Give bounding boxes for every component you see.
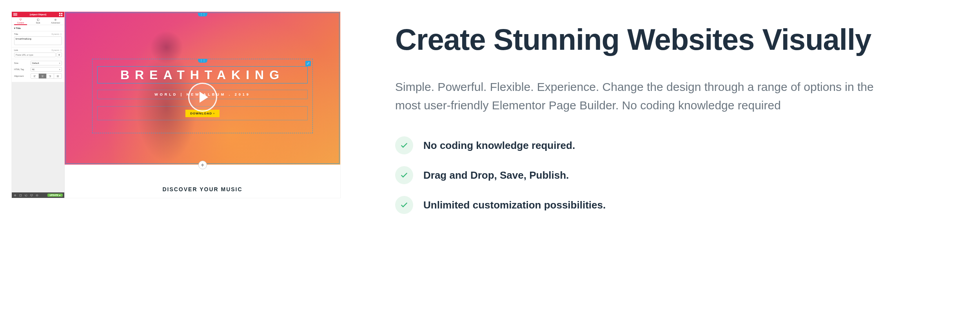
tab-content[interactable]: Content <box>12 17 29 25</box>
chevron-right-icon: › <box>213 112 215 115</box>
panel-title: [object Object] <box>30 13 46 16</box>
dynamic-toggle-link[interactable]: Dynamic <box>52 49 62 51</box>
hero-section[interactable]: ⋮⋮ ⋮⋮ BREATHTAKING WORLD | NEW ALBUM . 2… <box>65 12 340 165</box>
link-options-button[interactable] <box>56 53 62 57</box>
page-headline: Create Stunning Websites Visually <box>395 23 952 56</box>
accordion-label: Title <box>16 27 21 29</box>
check-icon <box>395 196 413 214</box>
dynamic-toggle[interactable]: Dynamic <box>52 33 62 35</box>
update-button[interactable]: UPDATE▴ <box>47 194 63 197</box>
tab-advanced-label: Advanced <box>51 22 60 24</box>
tab-advanced[interactable]: Advanced <box>47 17 64 25</box>
accordion-title[interactable]: ▾ Title <box>12 25 64 31</box>
svg-point-10 <box>60 49 62 51</box>
field-link: Link Dynamic <box>12 47 64 59</box>
tab-content-label: Content <box>17 22 24 24</box>
feature-item: Unlimited customization possibilities. <box>395 196 952 214</box>
feature-text: Unlimited customization possibilities. <box>423 199 606 211</box>
svg-point-11 <box>59 54 60 55</box>
editor-sidebar: [object Object] Content Style Advanced ▾… <box>12 12 65 198</box>
feature-item: Drag and Drop, Save, Publish. <box>395 166 952 184</box>
heading-widget[interactable]: BREATHTAKING <box>97 66 308 83</box>
svg-rect-1 <box>13 14 17 14</box>
align-left-button[interactable] <box>31 74 39 78</box>
section-handle-icon[interactable]: ⋮⋮ <box>198 13 207 16</box>
menu-icon[interactable] <box>13 13 17 16</box>
preview-icon[interactable] <box>35 194 38 197</box>
alignment-group <box>31 73 62 79</box>
title-label: Title <box>14 33 18 35</box>
svg-rect-0 <box>13 13 17 14</box>
link-input[interactable] <box>14 53 56 57</box>
svg-point-9 <box>60 33 62 35</box>
svg-rect-4 <box>61 13 62 14</box>
svg-point-24 <box>15 195 15 196</box>
responsive-icon[interactable] <box>30 194 33 197</box>
size-select[interactable]: Default▾ <box>31 61 62 65</box>
apps-icon[interactable] <box>59 13 63 16</box>
align-right-button[interactable] <box>47 74 54 78</box>
history-icon[interactable] <box>24 194 27 197</box>
play-icon[interactable] <box>188 83 217 112</box>
tab-style[interactable]: Style <box>29 17 47 25</box>
field-title: Title Dynamic <box>12 31 64 47</box>
panel-tabs: Content Style Advanced <box>12 17 64 25</box>
navigator-icon[interactable] <box>19 194 22 197</box>
htmltag-label: HTML Tag <box>14 68 29 71</box>
marketing-column: Create Stunning Websites Visually Simple… <box>395 12 952 214</box>
check-icon <box>395 166 413 184</box>
panel-spacer <box>12 82 64 192</box>
page-description: Simple. Powerful. Flexible. Experience. … <box>395 78 897 114</box>
discover-heading: DISCOVER YOUR MUSIC <box>162 186 242 192</box>
column-handle-icon[interactable]: ⋮⋮ <box>198 59 207 63</box>
hero-heading-text: BREATHTAKING <box>120 68 285 82</box>
svg-rect-2 <box>13 15 17 16</box>
editor-screenshot: [object Object] Content Style Advanced ▾… <box>12 12 340 198</box>
edit-widget-icon[interactable] <box>305 61 311 66</box>
feature-text: Drag and Drop, Save, Publish. <box>423 169 569 181</box>
tab-style-label: Style <box>36 22 40 24</box>
size-label: Size <box>14 62 29 64</box>
add-section-button[interactable]: + <box>198 161 207 169</box>
panel-footer: UPDATE▴ <box>12 192 64 198</box>
svg-rect-3 <box>59 13 60 14</box>
settings-icon[interactable] <box>13 194 16 197</box>
svg-rect-6 <box>61 15 62 16</box>
svg-rect-25 <box>20 194 22 196</box>
svg-point-8 <box>55 19 56 20</box>
feature-item: No coding knowledge required. <box>395 136 952 154</box>
title-input[interactable] <box>14 36 62 45</box>
align-center-button[interactable] <box>39 74 47 78</box>
align-justify-button[interactable] <box>54 74 62 78</box>
svg-rect-26 <box>30 194 32 196</box>
svg-point-28 <box>36 195 37 196</box>
editor-canvas[interactable]: ⋮⋮ ⋮⋮ BREATHTAKING WORLD | NEW ALBUM . 2… <box>65 12 340 198</box>
alignment-label: Alignment <box>14 75 29 77</box>
link-label: Link <box>14 49 18 51</box>
next-section: DISCOVER YOUR MUSIC <box>65 165 340 198</box>
panel-header: [object Object] <box>12 12 64 17</box>
feature-text: No coding knowledge required. <box>423 140 575 152</box>
svg-rect-5 <box>59 15 60 16</box>
check-icon <box>395 136 413 154</box>
field-misc: Size Default▾ HTML Tag h1▾ Alignment <box>12 59 64 82</box>
feature-list: No coding knowledge required. Drag and D… <box>395 136 952 214</box>
htmltag-select[interactable]: h1▾ <box>31 67 62 72</box>
